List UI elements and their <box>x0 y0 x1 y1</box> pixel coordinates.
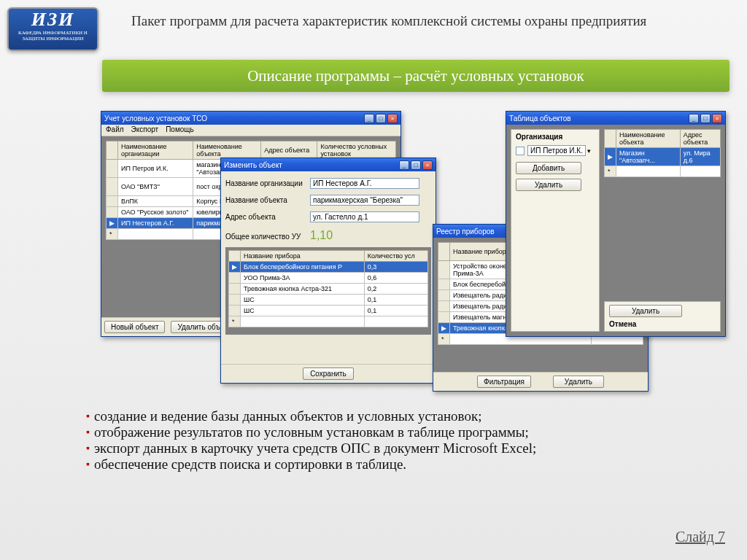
table-row[interactable]: УОО Прима-3А0,6 <box>229 273 428 284</box>
menu-file[interactable]: Файл <box>106 125 124 135</box>
col-addr[interactable]: Адрес объекта <box>261 141 317 160</box>
label-org: Организация <box>516 133 595 141</box>
titlebar[interactable]: Учет условных установок ТСО _ □ × <box>101 112 400 125</box>
menubar: Файл Экспорт Помощь <box>101 125 400 136</box>
label-obj: Название объекта <box>225 196 306 204</box>
logo: ИЗИ КАФЕДРА ИНФОРМАТИКИ И ЗАЩИТЫ ИНФОРМА… <box>7 7 98 51</box>
bullet-item: создание и ведение базы данных объектов … <box>86 408 703 424</box>
input-org[interactable]: ИП Нестеров А.Г. <box>310 178 419 189</box>
page-title: Пакет программ для расчета характеристик… <box>131 13 718 29</box>
close-icon[interactable]: × <box>712 114 722 123</box>
titlebar[interactable]: Изменить объект _ □ × <box>221 158 436 171</box>
logo-text: ИЗИ <box>9 9 97 31</box>
org-select[interactable]: ИП Петров И.К. <box>527 145 586 156</box>
bullet-item: экспорт данных в карточку учета средств … <box>86 440 703 456</box>
col-qty[interactable]: Количество условных установок <box>317 141 396 160</box>
menu-export[interactable]: Экспорт <box>131 125 159 135</box>
bullet-item: обеспечение средств поиска и сортировки … <box>86 456 703 472</box>
col-obj[interactable]: Наименование объекта <box>193 141 261 160</box>
titlebar[interactable]: Таблица объектов _ □ × <box>506 112 725 125</box>
label-addr: Адрес объекта <box>225 213 306 221</box>
bullet-list: создание и ведение базы данных объектов … <box>86 408 703 472</box>
minimize-icon[interactable]: _ <box>364 114 374 123</box>
close-icon[interactable]: × <box>387 114 398 123</box>
col-org[interactable]: Наименование организации <box>118 141 193 160</box>
slide-number: Слайд 7 <box>676 529 725 545</box>
window-edit-object: Изменить объект _ □ × Название организац… <box>220 158 436 384</box>
table-objects[interactable]: Наименование объектаАдрес объекта ▶Магаз… <box>604 129 721 177</box>
delete-org-button[interactable]: Удалить <box>516 179 581 191</box>
input-obj[interactable]: парикмахерская "Березка" <box>310 195 419 206</box>
dropdown-icon[interactable]: ▾ <box>587 147 591 155</box>
add-button[interactable]: Добавить <box>516 162 581 174</box>
minimize-icon[interactable]: _ <box>689 114 699 123</box>
minimize-icon[interactable]: _ <box>399 160 409 170</box>
table-row[interactable]: Тревожная кнопка Астра-3210,2 <box>229 284 428 295</box>
menu-help[interactable]: Помощь <box>166 125 194 135</box>
bullet-item: отображение результатов по условным уста… <box>86 424 703 440</box>
logo-sub2: ЗАЩИТЫ ИНФОРМАЦИИ <box>9 36 97 42</box>
maximize-icon[interactable]: □ <box>411 160 421 170</box>
table-devices[interactable]: Название прибораКоличество усл ▶Блок бес… <box>228 250 428 327</box>
table-row[interactable]: ▶Магазин "Автозапч...ул. Мира д.6 <box>605 148 721 166</box>
window-title: Таблица объектов <box>509 114 689 122</box>
delete-button[interactable]: Удалить <box>553 376 604 388</box>
cancel-button[interactable]: Отмена <box>609 320 636 328</box>
save-button[interactable]: Сохранить <box>303 368 354 380</box>
value-total: 1,10 <box>310 229 333 241</box>
maximize-icon[interactable]: □ <box>700 114 711 123</box>
filter-button[interactable]: Фильтрация <box>477 376 531 388</box>
section-heading: Описание программы – расчёт условных уст… <box>102 60 729 92</box>
table-row[interactable]: * <box>605 166 721 177</box>
checkbox[interactable] <box>516 147 525 155</box>
table-row[interactable]: * <box>229 316 428 327</box>
new-object-button[interactable]: Новый объект <box>104 321 165 333</box>
delete-row-button[interactable]: Удалить <box>609 305 682 317</box>
close-icon[interactable]: × <box>422 160 433 170</box>
window-objects-table: Таблица объектов _ □ × Организация ИП Пе… <box>506 111 726 337</box>
label-total: Общее количество УУ <box>225 233 306 241</box>
maximize-icon[interactable]: □ <box>376 114 386 123</box>
table-row[interactable]: ШС0,1 <box>229 295 428 306</box>
window-title: Учет условных установок ТСО <box>104 114 364 122</box>
table-row[interactable]: ▶Блок бесперебойного питания Р0,3 <box>229 262 428 273</box>
input-addr[interactable]: ул. Гастелло д.1 <box>310 211 419 222</box>
window-title: Изменить объект <box>224 161 399 169</box>
table-row[interactable]: ШС0,1 <box>229 306 428 316</box>
label-org: Название организации <box>225 179 306 187</box>
